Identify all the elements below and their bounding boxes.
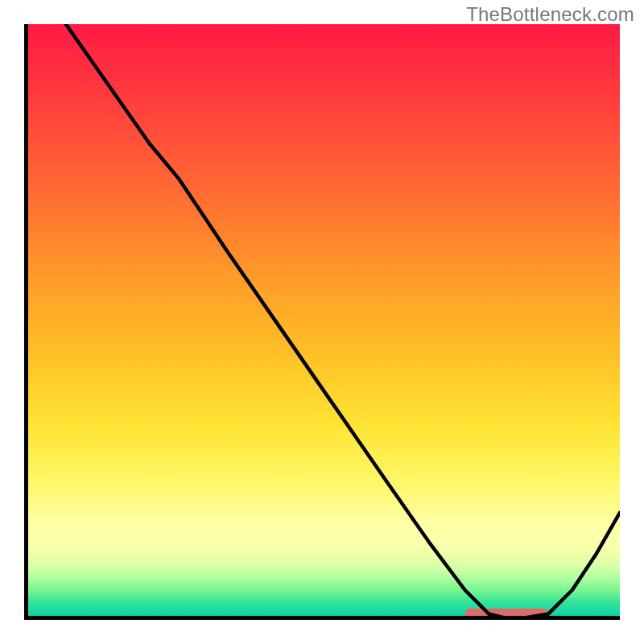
optimal-range-marker — [465, 609, 549, 618]
watermark-text: TheBottleneck.com — [466, 3, 634, 26]
gradient-background — [24, 24, 620, 620]
chart-stage: TheBottleneck.com — [0, 0, 644, 644]
plot-area — [24, 24, 620, 620]
